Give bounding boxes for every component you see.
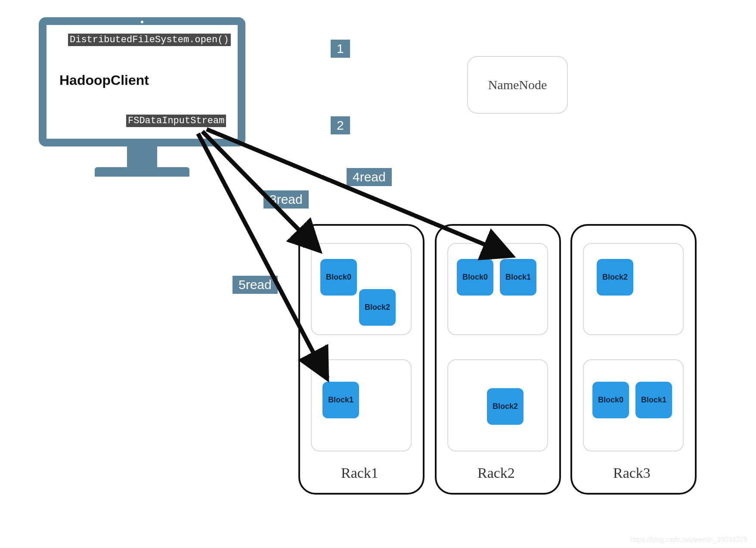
input-stream-label: FSDataInputStream [126,115,226,127]
step-2-label: 2 [331,116,350,134]
rack2-block2: Block2 [487,388,524,425]
rack1-block2: Block2 [359,289,396,326]
rack-1-label: Rack1 [341,465,378,481]
monitor-camera-icon [141,21,143,23]
step-4-label: 4read [347,168,392,186]
rack-2-label: Rack2 [477,465,515,481]
rack3-block0: Block0 [592,382,629,418]
namenode-label: NameNode [488,78,547,92]
rack-2-top: Block0 Block1 [447,243,548,335]
watermark: https://blog.csdn.net/weixin_39034379 [630,536,747,544]
namenode-box: NameNode [467,56,568,114]
rack3-block1: Block1 [635,382,672,418]
rack2-block1: Block1 [500,259,536,296]
rack-3-top: Block2 [583,243,684,335]
rack-1-top: Block0 Block2 [311,243,412,335]
rack1-block0: Block0 [320,259,357,296]
monitor-base-icon [95,167,189,177]
rack-1-bottom: Block1 [311,359,412,451]
monitor-neck-icon [127,146,157,167]
client-title: HadoopClient [59,72,149,88]
step-5-label: 5read [232,276,278,294]
monitor-frame: DistributedFileSystem.open() HadoopClien… [39,17,245,146]
rack-2: Block0 Block1 Block2 Rack2 [435,224,561,495]
rack-3: Block2 Block0 Block1 Rack3 [570,224,697,495]
hadoop-client-monitor: DistributedFileSystem.open() HadoopClien… [39,17,245,181]
rack-2-bottom: Block2 [447,359,548,451]
step-1-label: 1 [331,40,350,58]
open-call-label: DistributedFileSystem.open() [68,34,231,46]
rack-3-label: Rack3 [613,465,651,481]
step-3-label: 3read [263,190,309,209]
rack-1: Block0 Block2 Block1 Rack1 [298,224,424,495]
rack-3-bottom: Block0 Block1 [583,359,684,451]
rack1-block1: Block1 [322,382,359,418]
rack3-block2: Block2 [597,259,633,296]
rack2-block0: Block0 [457,259,493,296]
